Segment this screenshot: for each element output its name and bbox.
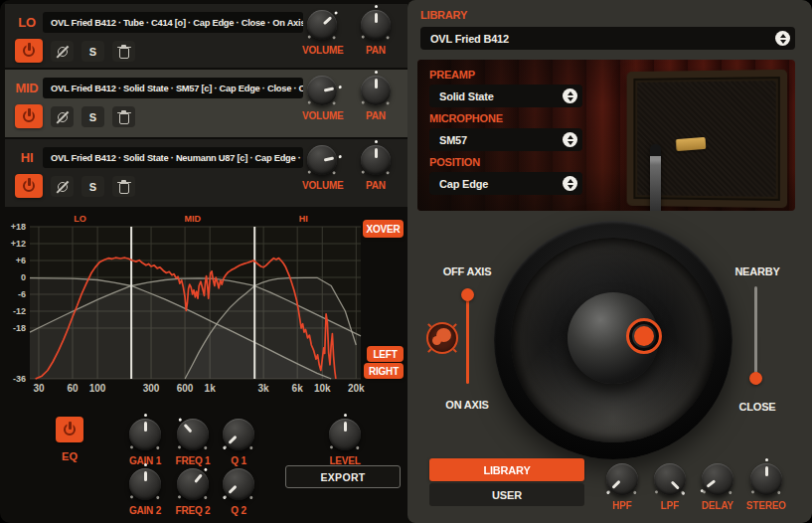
- preset-selector[interactable]: OVL Fried B412 · Solid State · SM57 [c] …: [43, 78, 303, 98]
- mic-position-handle[interactable]: [626, 318, 662, 354]
- microphone-label: MICROPHONE: [429, 112, 503, 124]
- library-section-label: LIBRARY: [420, 9, 467, 21]
- q2-knob[interactable]: [222, 467, 255, 501]
- preset-text: OVL Fried B412 · Tube · C414 [o] · Cap E…: [51, 18, 303, 28]
- freq2-knob[interactable]: [176, 467, 210, 501]
- position-value: Cap Edge: [439, 178, 488, 190]
- freq1-knob[interactable]: [176, 418, 210, 451]
- svg-text:0: 0: [21, 272, 26, 282]
- xover-button[interactable]: XOVER: [363, 220, 404, 238]
- eq-label: EQ: [50, 450, 89, 462]
- power-icon: [22, 109, 37, 124]
- user-source-button[interactable]: USER: [429, 483, 584, 506]
- stereo-knob[interactable]: [749, 462, 783, 496]
- preset-selector[interactable]: OVL Fried B412 · Solid State · Neumann U…: [43, 147, 303, 168]
- solo-button[interactable]: S: [81, 176, 104, 197]
- hpf-knob[interactable]: [605, 462, 639, 496]
- position-label: POSITION: [429, 156, 480, 168]
- gain2-knob-group: GAIN 2: [121, 467, 169, 516]
- gain2-knob[interactable]: [128, 467, 162, 501]
- power-button[interactable]: [15, 39, 43, 63]
- position-dropdown[interactable]: Cap Edge: [429, 172, 582, 195]
- nearby-label: NEARBY: [718, 265, 797, 277]
- right-panel: LIBRARY OVL Fried B412 PREAMP Solid Stat…: [407, 0, 812, 523]
- channel-strip-hi: HI OVL Fried B412 · Solid State · Neuman…: [5, 139, 407, 207]
- svg-text:-36: -36: [13, 374, 26, 384]
- q1-knob[interactable]: [222, 418, 255, 451]
- pan-knob[interactable]: [360, 144, 392, 176]
- power-icon: [63, 423, 78, 437]
- right-channel-button[interactable]: RIGHT: [364, 363, 404, 379]
- phase-button[interactable]: [51, 41, 74, 62]
- solo-button[interactable]: S: [81, 41, 104, 62]
- power-button[interactable]: [15, 104, 43, 128]
- phase-button[interactable]: [51, 176, 74, 197]
- preset-text: OVL Fried B412 · Solid State · Neumann U…: [51, 153, 303, 163]
- delete-button[interactable]: [112, 106, 135, 127]
- microphone-image: [650, 144, 661, 211]
- gain1-knob-group: GAIN 1: [121, 418, 169, 466]
- trash-icon: [118, 110, 130, 124]
- svg-text:-12: -12: [13, 306, 26, 316]
- close-label: CLOSE: [718, 401, 797, 413]
- solo-button[interactable]: S: [81, 106, 104, 127]
- pan-knob[interactable]: [360, 9, 392, 41]
- left-channel-button[interactable]: LEFT: [367, 346, 404, 362]
- level-knob[interactable]: [328, 418, 362, 451]
- channel-strip-mid: MID OVL Fried B412 · Solid State · SM57 …: [5, 70, 407, 137]
- phase-button[interactable]: [51, 106, 74, 127]
- crossover-graph: +18+12+60-6-12-18-3630601003006001k3k6k1…: [0, 211, 407, 404]
- distance-slider-track[interactable]: [754, 286, 757, 380]
- svg-text:-18: -18: [13, 323, 26, 333]
- cabinet-badge: [676, 137, 706, 151]
- svg-text:LO: LO: [74, 214, 86, 224]
- svg-text:3k: 3k: [258, 383, 270, 394]
- svg-text:+6: +6: [16, 256, 26, 265]
- preset-selector[interactable]: OVL Fried B412 · Tube · C414 [o] · Cap E…: [43, 12, 303, 33]
- off-axis-label: OFF AXIS: [427, 265, 507, 277]
- gain1-knob[interactable]: [128, 418, 162, 451]
- power-icon: [22, 179, 37, 194]
- volume-knob[interactable]: [306, 9, 338, 41]
- power-icon: [22, 44, 37, 59]
- svg-text:600: 600: [177, 383, 194, 394]
- dropdown-arrow-icon: [563, 132, 577, 147]
- band-label-lo: LO: [13, 15, 41, 30]
- lpf-knob-group: LPF: [646, 462, 694, 511]
- eq-power-button[interactable]: [56, 417, 83, 442]
- level-knob-group: LEVEL: [321, 418, 369, 466]
- freq1-knob-group: FREQ 1: [169, 418, 217, 466]
- distance-slider-thumb[interactable]: [749, 372, 762, 385]
- on-axis-label: ON AXIS: [427, 399, 507, 411]
- dropdown-arrow-icon: [563, 176, 577, 191]
- cab-photo: PREAMP Solid State MICROPHONE SM57 POSIT…: [417, 60, 795, 211]
- delete-button[interactable]: [112, 176, 135, 197]
- plugin-window: LO OVL Fried B412 · Tube · C414 [o] · Ca…: [0, 0, 812, 523]
- pan-knob[interactable]: [360, 75, 392, 106]
- delay-knob-group: DELAY: [694, 462, 741, 511]
- library-source-button[interactable]: LIBRARY: [429, 458, 584, 481]
- volume-knob[interactable]: [306, 144, 338, 176]
- svg-text:300: 300: [143, 383, 160, 394]
- dropdown-arrow-icon: [775, 31, 790, 46]
- preamp-dropdown[interactable]: Solid State: [429, 85, 582, 107]
- power-button[interactable]: [15, 174, 43, 198]
- svg-text:+18: +18: [11, 222, 26, 232]
- delete-button[interactable]: [112, 41, 135, 62]
- delay-knob[interactable]: [701, 462, 734, 496]
- lpf-knob[interactable]: [653, 462, 687, 496]
- trash-icon: [118, 45, 130, 59]
- phase-icon: [56, 110, 70, 124]
- microphone-dropdown[interactable]: SM57: [429, 128, 582, 151]
- distance-slider[interactable]: [749, 286, 762, 380]
- volume-knob[interactable]: [306, 75, 338, 106]
- svg-text:-6: -6: [18, 289, 26, 299]
- microphone-value: SM57: [439, 134, 467, 146]
- frequency-response-plot: +18+12+60-6-12-18-3630601003006001k3k6k1…: [0, 211, 407, 404]
- export-button[interactable]: EXPORT: [285, 465, 401, 488]
- svg-text:60: 60: [67, 383, 79, 394]
- library-dropdown[interactable]: OVL Fried B412: [420, 27, 795, 50]
- axis-slider-thumb[interactable]: [461, 288, 474, 301]
- hpf-knob-group: HPF: [598, 462, 646, 511]
- phase-icon: [56, 45, 70, 59]
